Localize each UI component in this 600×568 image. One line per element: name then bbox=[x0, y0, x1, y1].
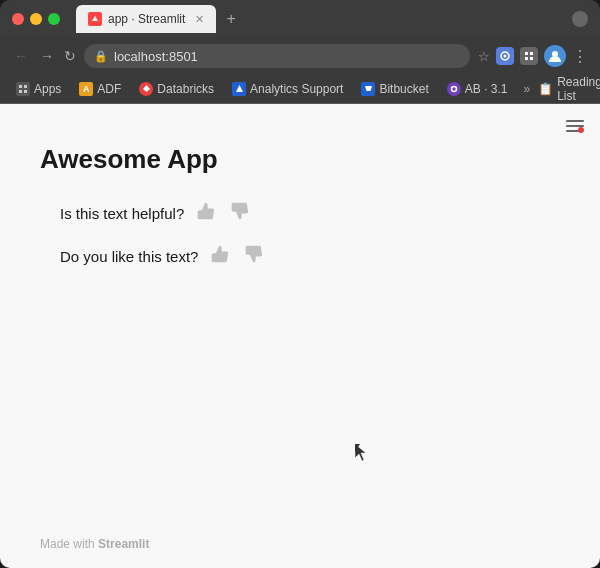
browser-extension-icon bbox=[572, 11, 588, 27]
bookmark-apps[interactable]: Apps bbox=[8, 79, 69, 99]
question-2-text: Do you like this text? bbox=[60, 248, 198, 265]
analytics-bookmark-icon bbox=[232, 82, 246, 96]
bookmark-star-icon[interactable]: ☆ bbox=[478, 49, 490, 64]
svg-rect-7 bbox=[19, 85, 22, 88]
bookmark-bitbucket[interactable]: Bitbucket bbox=[353, 79, 436, 99]
footer-made-with: Made with Streamlit bbox=[40, 537, 149, 551]
sidebar-toggle-button[interactable] bbox=[562, 116, 588, 137]
apps-bookmark-icon bbox=[16, 82, 30, 96]
question-list: Is this text helpful? Do you like this t… bbox=[40, 199, 560, 271]
app-footer: Made with Streamlit bbox=[0, 526, 600, 568]
extension-icon-2[interactable] bbox=[520, 47, 538, 65]
bookmarks-bar: Apps A ADF Databricks Analytics Support … bbox=[0, 74, 600, 104]
bookmarks-more-button[interactable]: » bbox=[518, 82, 537, 96]
svg-rect-8 bbox=[24, 85, 27, 88]
databricks-bookmark-label: Databricks bbox=[157, 82, 214, 96]
adf-bookmark-label: ADF bbox=[97, 82, 121, 96]
ab-bookmark-icon bbox=[447, 82, 461, 96]
title-bar: app · Streamlit ✕ + bbox=[0, 0, 600, 38]
reload-button[interactable]: ↻ bbox=[64, 48, 76, 64]
svg-rect-4 bbox=[525, 57, 528, 60]
svg-rect-2 bbox=[525, 52, 528, 55]
svg-point-13 bbox=[451, 86, 456, 91]
apps-bookmark-label: Apps bbox=[34, 82, 61, 96]
thumbs-up-button-1[interactable] bbox=[194, 199, 218, 228]
new-tab-button[interactable]: + bbox=[220, 10, 241, 28]
question-1-text: Is this text helpful? bbox=[60, 205, 184, 222]
svg-marker-11 bbox=[143, 85, 150, 92]
forward-button[interactable]: → bbox=[38, 48, 56, 64]
thumbs-down-button-2[interactable] bbox=[242, 242, 266, 271]
address-bar: ← → ↻ 🔒 localhost:8501 ☆ ⋮ bbox=[0, 38, 600, 74]
browser-menu-button[interactable]: ⋮ bbox=[572, 47, 588, 66]
tab-close-button[interactable]: ✕ bbox=[195, 13, 204, 26]
list-item: Do you like this text? bbox=[60, 242, 560, 271]
analytics-bookmark-label: Analytics Support bbox=[250, 82, 343, 96]
browser-window: app · Streamlit ✕ + ← → ↻ 🔒 localhost:85… bbox=[0, 0, 600, 568]
svg-rect-9 bbox=[19, 90, 22, 93]
lock-icon: 🔒 bbox=[94, 50, 108, 63]
bitbucket-bookmark-label: Bitbucket bbox=[379, 82, 428, 96]
list-item: Is this text helpful? bbox=[60, 199, 560, 228]
svg-rect-10 bbox=[24, 90, 27, 93]
svg-rect-5 bbox=[530, 57, 533, 60]
svg-point-1 bbox=[504, 55, 507, 58]
fullscreen-button[interactable] bbox=[48, 13, 60, 25]
reading-list-bookmark[interactable]: 📋 Reading List bbox=[538, 75, 600, 103]
reading-list-icon: 📋 bbox=[538, 82, 553, 96]
url-text: localhost:8501 bbox=[114, 49, 198, 64]
traffic-lights bbox=[12, 13, 60, 25]
ab-bookmark-label: AB · 3.1 bbox=[465, 82, 508, 96]
minimize-button[interactable] bbox=[30, 13, 42, 25]
back-button[interactable]: ← bbox=[12, 48, 30, 64]
extension-icon-1[interactable] bbox=[496, 47, 514, 65]
bookmark-databricks[interactable]: Databricks bbox=[131, 79, 222, 99]
app-title: Awesome App bbox=[40, 144, 560, 175]
databricks-bookmark-icon bbox=[139, 82, 153, 96]
bookmark-adf[interactable]: A ADF bbox=[71, 79, 129, 99]
tab-title: app · Streamlit bbox=[108, 12, 185, 26]
reading-list-label: Reading List bbox=[557, 75, 600, 103]
app-main-content: Awesome App Is this text helpful? Do you… bbox=[0, 104, 600, 526]
close-button[interactable] bbox=[12, 13, 24, 25]
menu-notification-dot bbox=[578, 127, 584, 133]
streamlit-tab-icon bbox=[88, 12, 102, 26]
bookmark-analytics-support[interactable]: Analytics Support bbox=[224, 79, 351, 99]
svg-marker-12 bbox=[236, 85, 243, 92]
footer-brand-link[interactable]: Streamlit bbox=[98, 537, 149, 551]
address-bar-right: ☆ ⋮ bbox=[478, 45, 588, 67]
page-content: Awesome App Is this text helpful? Do you… bbox=[0, 104, 600, 568]
thumbs-down-button-1[interactable] bbox=[228, 199, 252, 228]
bookmark-ab[interactable]: AB · 3.1 bbox=[439, 79, 516, 99]
bitbucket-bookmark-icon bbox=[361, 82, 375, 96]
adf-bookmark-icon: A bbox=[79, 82, 93, 96]
browser-tab-active[interactable]: app · Streamlit ✕ bbox=[76, 5, 216, 33]
svg-rect-3 bbox=[530, 52, 533, 55]
url-bar[interactable]: 🔒 localhost:8501 bbox=[84, 44, 470, 68]
profile-avatar[interactable] bbox=[544, 45, 566, 67]
menu-line-1 bbox=[566, 120, 584, 122]
tab-bar: app · Streamlit ✕ + bbox=[76, 5, 564, 33]
thumbs-up-button-2[interactable] bbox=[208, 242, 232, 271]
